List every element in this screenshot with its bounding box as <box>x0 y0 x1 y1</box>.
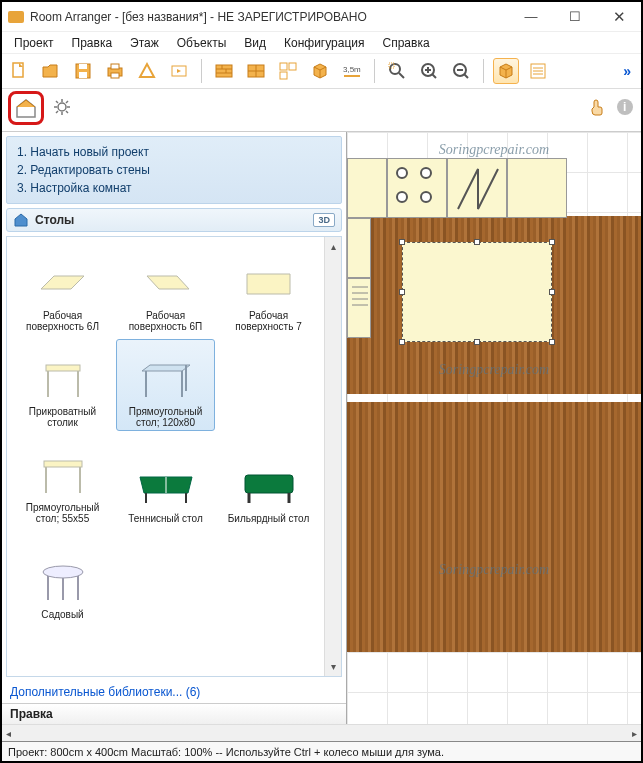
minimize-button[interactable]: — <box>509 3 553 31</box>
menu-objects[interactable]: Объекты <box>169 34 235 52</box>
zoom-area-icon[interactable] <box>384 58 410 84</box>
kitchen-counter[interactable] <box>347 218 371 278</box>
new-icon[interactable] <box>6 58 32 84</box>
kitchen-counter[interactable] <box>347 278 371 338</box>
svg-line-43 <box>66 101 68 103</box>
wizard-step-2[interactable]: 2. Редактировать стены <box>17 161 331 179</box>
list-icon[interactable] <box>525 58 551 84</box>
print-icon[interactable] <box>102 58 128 84</box>
svg-line-41 <box>66 111 68 113</box>
catalog-item[interactable]: Рабочая поверхность 6Л <box>13 243 112 335</box>
titlebar: Room Arranger - [без названия*] - НЕ ЗАР… <box>2 2 641 32</box>
window-title: Room Arranger - [без названия*] - НЕ ЗАР… <box>30 10 509 24</box>
menu-config[interactable]: Конфигурация <box>276 34 373 52</box>
catalog-item[interactable]: Прямоугольный стол; 55x55 <box>13 435 112 527</box>
zoom-in-icon[interactable] <box>416 58 442 84</box>
objects3d-icon[interactable] <box>307 58 333 84</box>
selected-object[interactable] <box>402 242 552 342</box>
catalog-item[interactable]: Рабочая поверхность 7 <box>219 243 318 335</box>
catalog-item[interactable]: Рабочая поверхность 6П <box>116 243 215 335</box>
scroll-left-icon[interactable]: ◂ <box>6 728 11 739</box>
statusbar: Проект: 800cm x 400cm Масштаб: 100% -- И… <box>2 741 641 761</box>
main-toolbar: 3,5m » <box>2 54 641 89</box>
svg-marker-46 <box>41 276 84 289</box>
wizard-step-1[interactable]: 1. Начать новый проект <box>17 143 331 161</box>
horizontal-scrollbar[interactable]: ◂ ▸ <box>2 724 641 741</box>
item-label: Рабочая поверхность 6Л <box>16 310 109 332</box>
wizard-home-icon[interactable] <box>8 91 44 125</box>
category-title: Столы <box>35 213 74 227</box>
catalog-item[interactable]: Прикроватный столик <box>13 339 112 431</box>
menu-view[interactable]: Вид <box>236 34 274 52</box>
canvas[interactable]: Soringpcrepair.com Soringpcrepair.com So… <box>347 132 641 724</box>
wizard-panel: 1. Начать новый проект 2. Редактировать … <box>6 136 342 204</box>
kitchen-counter[interactable] <box>507 158 567 218</box>
scroll-up-icon[interactable]: ▴ <box>331 237 336 256</box>
svg-marker-47 <box>147 276 189 289</box>
walls2-icon[interactable] <box>243 58 269 84</box>
svg-line-27 <box>432 74 436 78</box>
walls-icon[interactable] <box>211 58 237 84</box>
catalog-item[interactable] <box>219 339 318 431</box>
window-controls: — ☐ ✕ <box>509 3 641 31</box>
category-header[interactable]: Столы 3D <box>6 208 342 232</box>
svg-rect-3 <box>79 72 87 78</box>
maximize-button[interactable]: ☐ <box>553 3 597 31</box>
left-panel: 1. Начать новый проект 2. Редактировать … <box>2 132 347 724</box>
catalog: Рабочая поверхность 6Л Рабочая поверхнос… <box>6 236 342 677</box>
home-small-icon <box>13 212 29 228</box>
menu-help[interactable]: Справка <box>375 34 438 52</box>
svg-rect-16 <box>280 63 287 70</box>
edit-panel-header[interactable]: Правка <box>2 703 346 724</box>
svg-line-40 <box>56 101 58 103</box>
svg-rect-5 <box>111 64 119 69</box>
measure-icon[interactable]: 3,5m <box>339 58 365 84</box>
hand-cursor-icon[interactable] <box>587 97 607 120</box>
kitchen-counter[interactable] <box>387 158 447 218</box>
scroll-down-icon[interactable]: ▾ <box>331 657 336 676</box>
svg-text:i: i <box>623 100 626 114</box>
kitchen-counter[interactable] <box>347 158 387 218</box>
item-label: Садовый <box>41 609 83 620</box>
view-3d-icon[interactable] <box>493 58 519 84</box>
catalog-item[interactable]: Садовый <box>13 531 112 623</box>
open-icon[interactable] <box>38 58 64 84</box>
menu-project[interactable]: Проект <box>6 34 62 52</box>
svg-marker-48 <box>247 274 290 294</box>
svg-rect-56 <box>44 461 82 467</box>
svg-rect-18 <box>280 72 287 79</box>
menu-floor[interactable]: Этаж <box>122 34 167 52</box>
media-icon[interactable] <box>166 58 192 84</box>
export-icon[interactable] <box>134 58 160 84</box>
scroll-right-icon[interactable]: ▸ <box>632 728 637 739</box>
catalog-item[interactable] <box>116 531 215 623</box>
catalog-item[interactable]: Бильярдный стол <box>219 435 318 527</box>
app-window: Room Arranger - [без названия*] - НЕ ЗАР… <box>0 0 643 763</box>
more-libraries-link[interactable]: Дополнительные библиотеки... (6) <box>2 681 346 703</box>
save-icon[interactable] <box>70 58 96 84</box>
svg-line-30 <box>464 74 468 78</box>
svg-rect-63 <box>245 475 293 493</box>
catalog-scrollbar[interactable]: ▴ ▾ <box>324 237 341 676</box>
kitchen-counter[interactable] <box>447 158 507 218</box>
catalog-item-selected[interactable]: Прямоугольный стол; 120x80 <box>116 339 215 431</box>
catalog-item[interactable]: Теннисный стол <box>116 435 215 527</box>
app-icon <box>8 11 24 23</box>
menubar: Проект Правка Этаж Объекты Вид Конфигура… <box>2 32 641 54</box>
svg-line-42 <box>56 111 58 113</box>
toolbar-overflow-icon[interactable]: » <box>617 63 637 79</box>
info-icon[interactable]: i <box>615 97 635 120</box>
svg-line-22 <box>399 73 404 78</box>
rooms-icon[interactable] <box>275 58 301 84</box>
catalog-item[interactable] <box>219 531 318 623</box>
badge-3d[interactable]: 3D <box>313 213 335 227</box>
close-button[interactable]: ✕ <box>597 3 641 31</box>
main-area: 1. Начать новый проект 2. Редактировать … <box>2 132 641 724</box>
settings-gear-icon[interactable] <box>52 97 72 120</box>
item-label: Бильярдный стол <box>228 513 310 524</box>
svg-text:3,5m: 3,5m <box>343 65 361 74</box>
menu-edit[interactable]: Правка <box>64 34 121 52</box>
zoom-out-icon[interactable] <box>448 58 474 84</box>
catalog-grid: Рабочая поверхность 6Л Рабочая поверхнос… <box>7 237 324 676</box>
wizard-step-3[interactable]: 3. Настройка комнат <box>17 179 331 197</box>
